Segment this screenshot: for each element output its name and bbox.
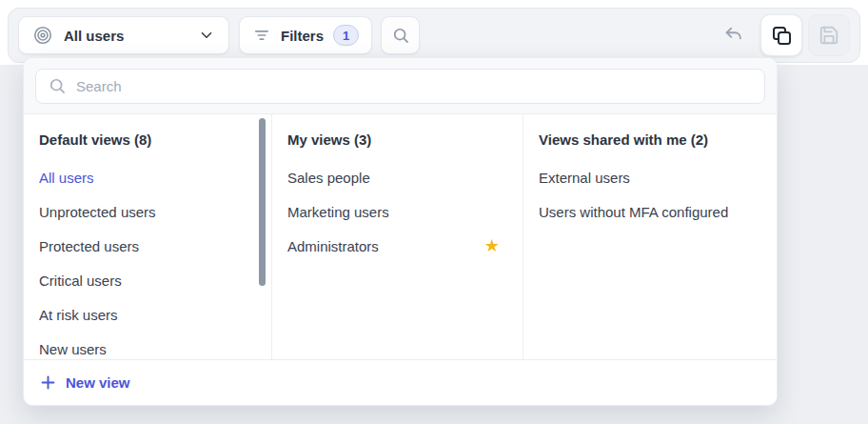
view-item-critical-users[interactable]: Critical users <box>39 263 256 297</box>
filters-label: Filters <box>281 28 324 44</box>
save-icon <box>819 25 839 46</box>
view-item-at-risk-users[interactable]: At risk users <box>39 297 256 332</box>
search-icon <box>391 26 410 45</box>
view-item-protected-users[interactable]: Protected users <box>39 229 256 263</box>
views-search-box[interactable] <box>35 69 765 104</box>
undo-button[interactable] <box>713 14 755 56</box>
view-item-administrators[interactable]: Administrators ★ <box>287 229 507 263</box>
toolbar: All users Filters 1 <box>8 8 860 63</box>
column-header: Default views (8) <box>39 128 256 151</box>
views-search-input[interactable] <box>76 78 753 94</box>
views-search-row <box>24 58 777 114</box>
new-view-button[interactable]: New view <box>24 359 777 405</box>
filter-lines-icon <box>252 26 271 45</box>
view-item-sales-people[interactable]: Sales people <box>287 160 507 194</box>
filters-count-badge: 1 <box>333 25 359 46</box>
view-selector-label: All users <box>64 28 124 44</box>
shared-views-list: External users Users without MFA configu… <box>539 160 761 229</box>
chevron-down-icon <box>198 27 215 44</box>
plus-icon <box>39 374 57 392</box>
default-views-column: Default views (8) All users Unprotected … <box>24 114 272 359</box>
view-item-marketing-users[interactable]: Marketing users <box>287 194 507 229</box>
view-item-users-without-mfa[interactable]: Users without MFA configured <box>539 194 761 229</box>
views-dropdown-panel: Default views (8) All users Unprotected … <box>23 57 778 406</box>
filters-button[interactable]: Filters 1 <box>239 16 372 54</box>
column-header: My views (3) <box>287 128 507 151</box>
undo-icon <box>723 25 744 46</box>
my-views-list: Sales people Marketing users Administrat… <box>287 160 507 263</box>
view-item-all-users[interactable]: All users <box>39 160 256 194</box>
scrollbar[interactable] <box>259 118 266 286</box>
copy-view-button[interactable] <box>760 14 802 56</box>
toolbar-search-button[interactable] <box>381 16 420 54</box>
views-columns: Default views (8) All users Unprotected … <box>24 114 777 359</box>
shared-views-column: Views shared with me (2) External users … <box>523 114 777 359</box>
column-header: Views shared with me (2) <box>539 128 761 151</box>
target-icon <box>32 25 53 46</box>
view-item-new-users[interactable]: New users <box>39 332 256 359</box>
save-view-button[interactable] <box>808 14 850 56</box>
my-views-column: My views (3) Sales people Marketing user… <box>272 114 523 359</box>
view-item-external-users[interactable]: External users <box>539 160 761 194</box>
view-item-unprotected-users[interactable]: Unprotected users <box>39 194 256 229</box>
copy-icon <box>770 24 793 47</box>
default-views-list: All users Unprotected users Protected us… <box>39 160 256 359</box>
star-icon[interactable]: ★ <box>484 237 500 254</box>
toolbar-right-actions <box>713 14 850 56</box>
view-selector-button[interactable]: All users <box>18 16 229 54</box>
view-item-label: Administrators <box>287 238 379 254</box>
search-icon <box>48 76 67 95</box>
new-view-label: New view <box>66 374 130 391</box>
